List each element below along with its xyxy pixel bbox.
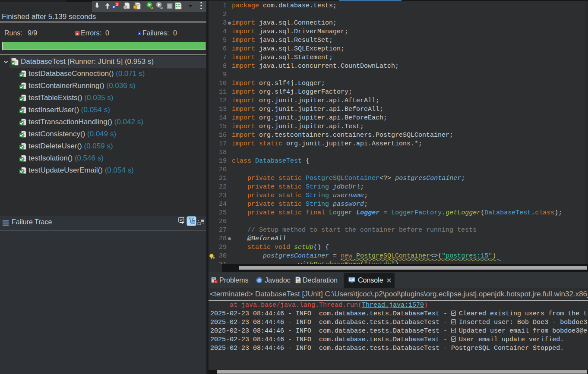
svg-text:x: x bbox=[116, 2, 118, 6]
svg-text:x: x bbox=[113, 5, 115, 9]
svg-text:x: x bbox=[139, 31, 141, 35]
svg-text:@: @ bbox=[257, 278, 261, 283]
svg-text:x: x bbox=[76, 31, 78, 36]
